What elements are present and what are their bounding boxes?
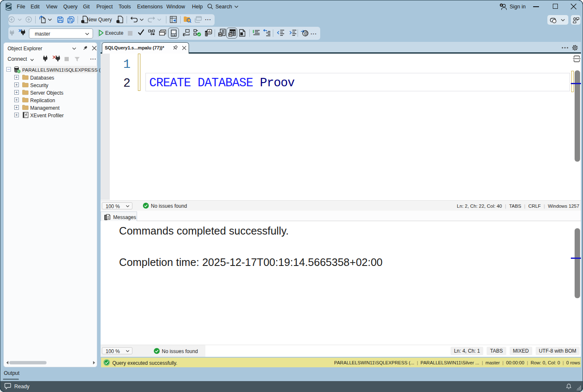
svg-text:@: @ <box>304 31 308 36</box>
